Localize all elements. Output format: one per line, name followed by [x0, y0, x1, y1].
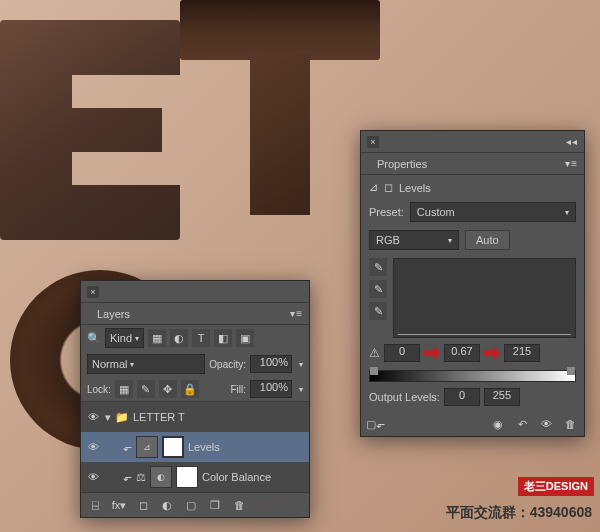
filter-smart-icon[interactable]: ▣: [236, 329, 254, 347]
fill-label: Fill:: [230, 384, 246, 395]
filter-kind-select[interactable]: Kind ▾: [105, 328, 144, 348]
gradient-handle-left[interactable]: [370, 367, 378, 375]
filter-shape-icon[interactable]: ◧: [214, 329, 232, 347]
new-layer-icon[interactable]: ❐: [207, 497, 223, 513]
panel-menu-icon[interactable]: ▾≡: [565, 158, 578, 169]
trash-icon[interactable]: 🗑: [231, 497, 247, 513]
output-levels-row: Output Levels: 0 255: [369, 388, 576, 406]
fill-input[interactable]: 100%: [250, 380, 292, 398]
adjustment-thumb: ⊿: [136, 436, 158, 458]
histogram-area: ✎ ✎ ✎: [369, 258, 576, 338]
opacity-label: Opacity:: [209, 359, 246, 370]
eyedropper-gray-icon[interactable]: ✎: [369, 280, 387, 298]
blend-row: Normal ▾ Opacity: 100% ▾: [81, 351, 309, 377]
eyedropper-black-icon[interactable]: ✎: [369, 258, 387, 276]
layer-list: 👁 ▾ 📁 LETTER T 👁 ⬐ ⊿ Levels 👁 ⬐ ⚖ ◐ Colo…: [81, 401, 309, 493]
clip-icon: ⬐: [123, 441, 132, 454]
visibility-icon[interactable]: 👁: [85, 471, 101, 483]
fx-icon[interactable]: fx▾: [111, 497, 127, 513]
layer-levels-row[interactable]: 👁 ⬐ ⊿ Levels: [81, 432, 309, 462]
lock-label: Lock:: [87, 384, 111, 395]
lock-all-icon[interactable]: 🔒: [181, 380, 199, 398]
folder-icon: 📁: [115, 411, 129, 424]
channel-row: RGB ▾ Auto: [369, 230, 576, 250]
adjustment-thumb: ◐: [150, 466, 172, 488]
layer-colorbalance-row[interactable]: 👁 ⬐ ⚖ ◐ Color Balance: [81, 462, 309, 492]
trash-icon[interactable]: 🗑: [562, 416, 578, 432]
cake-letter-e: [0, 20, 180, 240]
eyedropper-white-icon[interactable]: ✎: [369, 302, 387, 320]
auto-button[interactable]: Auto: [465, 230, 510, 250]
clip-icon: ⬐: [123, 471, 132, 484]
filter-type-icon[interactable]: T: [192, 329, 210, 347]
panel-tabs: Properties ▾≡: [361, 153, 584, 175]
histogram[interactable]: [393, 258, 576, 338]
opacity-input[interactable]: 100%: [250, 355, 292, 373]
properties-tab[interactable]: Properties: [367, 154, 437, 174]
warning-icon: ⚠: [369, 346, 380, 360]
lock-transparent-icon[interactable]: ▦: [115, 380, 133, 398]
layers-tab[interactable]: Layers: [87, 304, 140, 324]
mask-thumb[interactable]: [162, 436, 184, 458]
view-previous-icon[interactable]: ◉: [490, 416, 506, 432]
mask-thumb[interactable]: [176, 466, 198, 488]
properties-footer: ▢⬐ ◉ ↶ 👁 🗑: [361, 412, 584, 436]
preset-value: Custom: [417, 206, 455, 218]
output-label: Output Levels:: [369, 391, 440, 403]
group-icon[interactable]: ▢: [183, 497, 199, 513]
lock-row: Lock: ▦ ✎ ✥ 🔒 Fill: 100% ▾: [81, 377, 309, 401]
preset-label: Preset:: [369, 206, 404, 218]
midtone-input[interactable]: 0.67: [444, 344, 480, 362]
highlight-input[interactable]: 215: [504, 344, 540, 362]
adjustment-type: Levels: [399, 182, 431, 194]
filter-adjust-icon[interactable]: ◐: [170, 329, 188, 347]
filter-row: 🔍 Kind ▾ ▦ ◐ T ◧ ▣: [81, 325, 309, 351]
visibility-icon[interactable]: 👁: [85, 441, 101, 453]
visibility-icon[interactable]: 👁: [538, 416, 554, 432]
mask-icon[interactable]: ◻: [135, 497, 151, 513]
chevron-down-icon[interactable]: ▾: [299, 360, 303, 369]
adjustment-icon[interactable]: ◐: [159, 497, 175, 513]
filter-kind-label: Kind: [110, 332, 132, 344]
chevron-down-icon[interactable]: ▾: [299, 385, 303, 394]
shadow-input[interactable]: 0: [384, 344, 420, 362]
preset-select[interactable]: Custom ▾: [410, 202, 576, 222]
visibility-icon[interactable]: 👁: [85, 411, 101, 423]
lock-position-icon[interactable]: ✥: [159, 380, 177, 398]
translation-hint: translation: [250, 497, 296, 508]
filter-pixel-icon[interactable]: ▦: [148, 329, 166, 347]
output-highlight-input[interactable]: 255: [484, 388, 520, 406]
panel-menu-icon[interactable]: ▾≡: [290, 308, 303, 319]
gradient-handle-right[interactable]: [567, 367, 575, 375]
channel-value: RGB: [376, 234, 400, 246]
output-shadow-input[interactable]: 0: [444, 388, 480, 406]
link-icon[interactable]: ⌸: [87, 497, 103, 513]
panel-tabs: Layers ▾≡: [81, 303, 309, 325]
watermark-badge: 老三DESIGN: [518, 477, 594, 496]
panel-header: ×: [81, 281, 309, 303]
reset-icon[interactable]: ↶: [514, 416, 530, 432]
close-icon[interactable]: ×: [367, 136, 379, 148]
close-icon[interactable]: ×: [87, 286, 99, 298]
chevron-down-icon: ▾: [135, 334, 139, 343]
clip-icon[interactable]: ▢⬐: [367, 416, 383, 432]
blend-mode-select[interactable]: Normal ▾: [87, 354, 205, 374]
preset-row: Preset: Custom ▾: [369, 202, 576, 222]
mask-icon: ◻: [384, 181, 393, 194]
collapse-icon[interactable]: ◂◂: [566, 136, 578, 147]
search-icon: 🔍: [87, 332, 101, 345]
blend-mode-value: Normal: [92, 358, 127, 370]
layer-name: LETTER T: [133, 411, 185, 423]
chevron-down-icon: ▾: [130, 360, 134, 369]
channel-select[interactable]: RGB ▾: [369, 230, 459, 250]
lock-pixels-icon[interactable]: ✎: [137, 380, 155, 398]
output-gradient[interactable]: [369, 370, 576, 382]
properties-panel: × ◂◂ Properties ▾≡ ⊿ ◻ Levels Preset: Cu…: [360, 130, 585, 437]
footer-text: 平面交流群：43940608: [446, 504, 592, 522]
panel-header: × ◂◂: [361, 131, 584, 153]
layer-group-row[interactable]: 👁 ▾ 📁 LETTER T: [81, 402, 309, 432]
levels-icon: ⊿: [369, 181, 378, 194]
layer-name: Levels: [188, 441, 220, 453]
red-arrow-icon: [424, 346, 440, 360]
expand-icon[interactable]: ▾: [105, 411, 111, 424]
